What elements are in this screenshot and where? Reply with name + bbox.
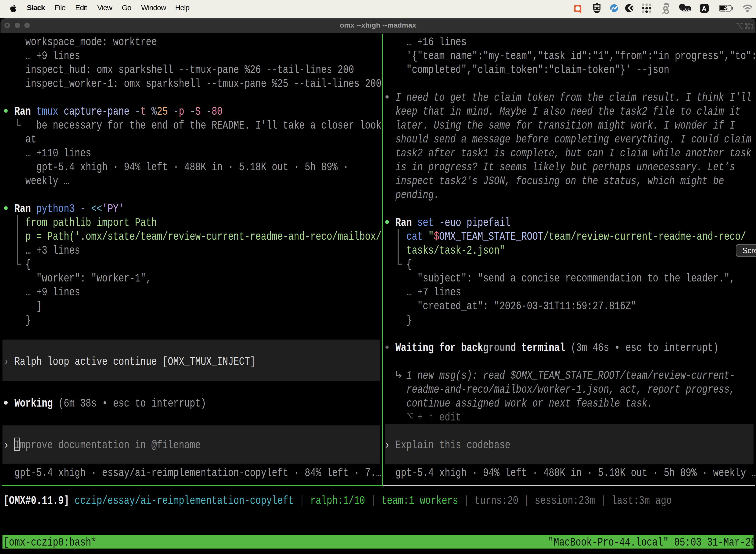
svg-text:A: A (702, 5, 706, 12)
svg-text:1: 1 (750, 22, 754, 30)
svg-text:..61: ..61 (683, 7, 690, 12)
